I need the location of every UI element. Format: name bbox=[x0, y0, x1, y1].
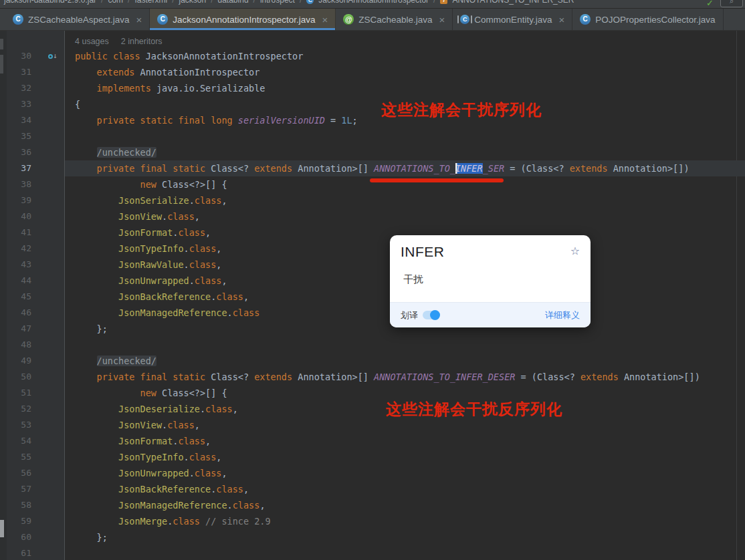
tab-ZSCacheableAspect.java[interactable]: CZSCacheableAspect.java× bbox=[5, 9, 150, 30]
gutter-icon-slot bbox=[31, 513, 65, 529]
code-text[interactable] bbox=[65, 337, 745, 353]
star-icon[interactable]: ☆ bbox=[570, 245, 580, 257]
usages-hint[interactable]: 4 usages bbox=[75, 37, 109, 46]
code-line-33[interactable]: 33{ bbox=[0, 96, 745, 112]
close-icon[interactable]: × bbox=[558, 14, 564, 25]
code-text[interactable]: JsonSerialize.class, bbox=[65, 192, 745, 208]
gutter-icon-slot bbox=[31, 241, 65, 257]
code-text[interactable]: extends AnnotationIntrospector bbox=[65, 64, 745, 80]
code-line-30[interactable]: 30↓public class JacksonAnnotationIntrosp… bbox=[0, 48, 745, 64]
tab-CommonEntity.java[interactable]: CCommonEntity.java× bbox=[453, 9, 572, 30]
token: serialVersionUID bbox=[238, 115, 325, 126]
code-text[interactable]: JsonFormat.class, bbox=[65, 433, 745, 449]
code-text[interactable]: JsonManagedReference.class, bbox=[65, 497, 745, 513]
breadcrumb-item[interactable]: databind bbox=[218, 0, 249, 5]
token: class bbox=[189, 452, 217, 462]
code-line-60[interactable]: 60 }; bbox=[0, 529, 745, 545]
code-text[interactable]: implements java.io.Serializable bbox=[65, 80, 745, 96]
code-text[interactable]: JsonBackReference.class, bbox=[65, 481, 745, 497]
code-line-37[interactable]: 37 private final static Class<? extends … bbox=[0, 160, 745, 176]
tab-POJOPropertiesCollector.java[interactable]: CPOJOPropertiesCollector.java bbox=[572, 9, 723, 30]
code-text[interactable]: }; bbox=[65, 529, 745, 545]
token: , bbox=[195, 420, 200, 430]
code-text[interactable]: JsonUnwrapped.class, bbox=[65, 465, 745, 481]
code-text[interactable]: JsonView.class, bbox=[65, 208, 745, 225]
tab-JacksonAnnotationIntrospector.java[interactable]: CJacksonAnnotationIntrospector.java× bbox=[150, 9, 336, 30]
code-line-53[interactable]: 53 JsonView.class, bbox=[0, 417, 745, 433]
breadcrumb-separator: / bbox=[128, 0, 130, 5]
code-line-58[interactable]: 58 JsonManagedReference.class, bbox=[0, 497, 745, 513]
code-line-41[interactable]: 41 JsonFormat.class, bbox=[0, 225, 745, 241]
token: AnnotationIntrospector bbox=[140, 67, 260, 78]
breadcrumb-item[interactable]: introspect bbox=[260, 0, 295, 5]
token: ANNOTATIONS_TO_INFER_DESER bbox=[374, 372, 515, 382]
token: , bbox=[221, 195, 227, 206]
code-line-51[interactable]: 51 new Class<?>[] { bbox=[0, 385, 745, 401]
code-line-31[interactable]: 31 extends AnnotationIntrospector bbox=[0, 64, 745, 80]
code-line-35[interactable]: 35 bbox=[0, 128, 745, 144]
inheritors-hint[interactable]: 2 inheritors bbox=[121, 37, 163, 46]
gutter-icon-slot bbox=[31, 417, 65, 433]
code-text[interactable]: JsonMerge.class // since 2.9 bbox=[65, 513, 745, 529]
code-text[interactable]: /unchecked/ bbox=[65, 144, 745, 160]
token: JsonMerge bbox=[118, 516, 167, 527]
breadcrumb-item[interactable]: ANNOTATIONS_TO_INFER_SER bbox=[452, 0, 574, 5]
code-line-59[interactable]: 59 JsonMerge.class // since 2.9 bbox=[0, 513, 745, 529]
folded-region[interactable]: /unchecked/ bbox=[97, 356, 156, 366]
code-line-32[interactable]: 32 implements java.io.Serializable bbox=[0, 80, 745, 96]
breadcrumb-item[interactable]: com bbox=[108, 0, 123, 5]
red-note-serialization: 这些注解会干扰序列化 bbox=[381, 100, 542, 120]
editor[interactable]: 4 usages2 inheritors 30↓public class Jac… bbox=[0, 31, 745, 560]
close-icon[interactable]: × bbox=[136, 14, 142, 25]
code-line-47[interactable]: 47 }; bbox=[0, 321, 745, 337]
code-line-39[interactable]: 39 JsonSerialize.class, bbox=[0, 192, 745, 208]
token bbox=[75, 420, 118, 430]
class-file-icon: C bbox=[13, 14, 23, 25]
code-line-57[interactable]: 57 JsonBackReference.class, bbox=[0, 481, 745, 497]
code-line-45[interactable]: 45 JsonBackReference.class, bbox=[0, 289, 745, 305]
code-text[interactable]: private final static Class<? extends Ann… bbox=[65, 369, 745, 385]
token: JsonBackReference bbox=[118, 484, 211, 495]
stripe-mark bbox=[0, 520, 4, 537]
code-text[interactable]: JsonTypeInfo.class, bbox=[65, 449, 745, 465]
overridden-marker-icon[interactable]: ↓ bbox=[48, 48, 58, 64]
detailed-definition-link[interactable]: 详细释义 bbox=[545, 309, 580, 321]
code-line-52[interactable]: 52 JsonDeserialize.class, bbox=[0, 401, 745, 417]
code-line-49[interactable]: 49 /unchecked/ bbox=[0, 353, 745, 369]
close-icon[interactable]: × bbox=[322, 14, 328, 25]
code-text[interactable] bbox=[65, 545, 745, 560]
code-line-42[interactable]: 42 JsonTypeInfo.class, bbox=[0, 241, 745, 257]
token: }; bbox=[75, 532, 108, 543]
close-icon[interactable]: × bbox=[439, 14, 445, 25]
code-line-50[interactable]: 50 private final static Class<? extends … bbox=[0, 369, 745, 385]
code-line-44[interactable]: 44 JsonUnwrapped.class, bbox=[0, 273, 745, 289]
code-line-61[interactable]: 61 bbox=[0, 545, 745, 560]
breadcrumb-item[interactable]: JacksonAnnotationIntrospector bbox=[318, 0, 429, 5]
code-line-55[interactable]: 55 JsonTypeInfo.class, bbox=[0, 449, 745, 465]
gutter-icon-slot bbox=[31, 176, 65, 192]
code-line-40[interactable]: 40 JsonView.class, bbox=[0, 208, 745, 225]
code-line-56[interactable]: 56 JsonUnwrapped.class, bbox=[0, 465, 745, 481]
code-area[interactable]: 4 usages2 inheritors 30↓public class Jac… bbox=[0, 31, 745, 560]
code-line-48[interactable]: 48 bbox=[0, 337, 745, 353]
tab-ZSCacheable.java[interactable]: @ZSCacheable.java× bbox=[336, 9, 453, 30]
folded-region[interactable]: /unchecked/ bbox=[97, 147, 156, 158]
search-box[interactable]: ⌕ bbox=[720, 0, 743, 7]
token: class bbox=[195, 468, 222, 478]
code-line-54[interactable]: 54 JsonFormat.class, bbox=[0, 433, 745, 449]
code-text[interactable] bbox=[65, 128, 745, 144]
code-line-46[interactable]: 46 JsonManagedReference.class bbox=[0, 305, 745, 321]
inspections-ok-icon[interactable]: ✓ bbox=[706, 0, 714, 8]
code-text[interactable]: public class JacksonAnnotationIntrospect… bbox=[65, 48, 745, 64]
code-line-36[interactable]: 36 /unchecked/ bbox=[0, 144, 745, 160]
breadcrumb-item[interactable]: jackson bbox=[179, 0, 206, 5]
token: JsonFormat bbox=[118, 227, 173, 238]
code-text[interactable]: /unchecked/ bbox=[65, 353, 745, 369]
breadcrumb-item[interactable]: fasterxml bbox=[134, 0, 167, 5]
usages-hint-row[interactable]: 4 usages2 inheritors bbox=[0, 31, 745, 48]
breadcrumb-item[interactable]: jackson-databind-2.9.0.jar bbox=[4, 0, 96, 5]
hover-translate-toggle[interactable] bbox=[423, 311, 439, 319]
code-line-43[interactable]: 43 JsonRawValue.class, bbox=[0, 257, 745, 273]
code-line-34[interactable]: 34 private static final long serialVersi… bbox=[0, 112, 745, 128]
code-text[interactable]: private final static Class<? extends Ann… bbox=[65, 160, 745, 176]
